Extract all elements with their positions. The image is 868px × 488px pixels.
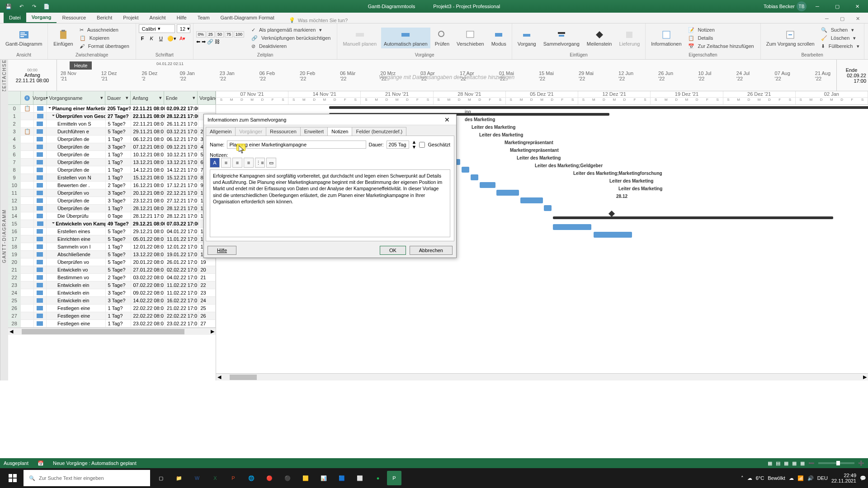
tab-help[interactable]: Hilfe <box>171 12 192 23</box>
table-row[interactable]: 8Überprüfen de1 Tag?14.12.21 08:014.12.2… <box>8 166 216 174</box>
scroll-to-task-button[interactable]: Zum Vorgang scrollen <box>764 28 817 48</box>
mode-button[interactable]: Modus <box>489 28 509 48</box>
grid-hscroll[interactable]: ◀▶ <box>8 328 216 335</box>
dialog-tab-general[interactable]: Allgemein <box>206 127 236 136</box>
redo-icon[interactable]: ↷ <box>29 1 39 11</box>
font-name-select[interactable]: Calibri ▾ <box>139 24 175 33</box>
weather-icon[interactable]: ☁ <box>747 475 752 481</box>
header-predecessor[interactable]: Vorgänger <box>198 91 216 104</box>
user-avatar[interactable]: TB <box>797 1 807 11</box>
insert-summary-button[interactable]: Sammelvorgang <box>541 28 582 48</box>
notifications-icon[interactable]: 💬 <box>860 475 866 481</box>
notes-align-center-button[interactable]: ≡ <box>232 158 242 168</box>
header-name[interactable]: Vorgangsname ▾ <box>47 91 105 104</box>
table-row[interactable]: 22Bestimmen vo2 Tage?03.02.22 08:004.02.… <box>8 274 216 282</box>
gantt-bar[interactable] <box>520 197 543 203</box>
table-row[interactable]: 14Die Überprüfu0 Tage28.12.21 17:028.12.… <box>8 212 216 220</box>
gantt-bar[interactable] <box>462 167 469 173</box>
table-row[interactable]: 25Entwickeln ein3 Tage?14.02.22 08:016.0… <box>8 297 216 305</box>
table-row[interactable]: 0📋Planung einer Marketingkampag205 Tage?… <box>8 105 216 113</box>
pct0-button[interactable]: 0% <box>196 31 206 38</box>
excel-icon[interactable]: X <box>206 469 224 487</box>
header-start[interactable]: Anfang ▾ <box>131 91 164 104</box>
tab-report[interactable]: Bericht <box>91 12 118 23</box>
table-row[interactable]: 2Ermitteln von S5 Tage?22.11.21 08:026.1… <box>8 120 216 128</box>
manual-schedule-button[interactable]: Manuell planen <box>340 28 379 48</box>
save-icon[interactable]: 💾 <box>4 1 14 11</box>
find-button[interactable]: 🔍 Suchen ▾ <box>819 26 861 33</box>
gantt-bar[interactable] <box>471 174 478 180</box>
format-painter-button[interactable]: 🖌 Format übertragen <box>78 42 133 50</box>
insert-deliverable-button[interactable]: Lieferung <box>616 28 642 48</box>
insert-milestone-button[interactable]: Meilenstein <box>584 28 615 48</box>
notes-bullets-button[interactable]: ⋮≡ <box>255 158 265 168</box>
auto-schedule-button[interactable]: Automatisch planen <box>381 28 430 48</box>
table-row[interactable]: 20Überprüfen vo5 Tage?20.01.22 08:026.01… <box>8 258 216 266</box>
gantt-hscroll[interactable]: ◀▶ <box>216 373 868 380</box>
table-row[interactable]: 1Überprüfen von Geschäftsstrateg27 Tage?… <box>8 113 216 120</box>
milestone-marker[interactable] <box>609 211 615 217</box>
header-duration[interactable]: Dauer ▾ <box>105 91 131 104</box>
link-button[interactable]: 🔗 <box>207 39 213 45</box>
ribbon-restore-button[interactable]: ▢ <box>835 14 849 23</box>
move-button[interactable]: Verschieben <box>454 28 487 48</box>
table-row[interactable]: 6Überprüfen de1 Tag?10.12.21 08:010.12.2… <box>8 151 216 159</box>
gantt-bar[interactable] <box>496 190 519 196</box>
onedrive-icon[interactable]: ☁ <box>789 475 794 481</box>
dialog-close-button[interactable]: ✕ <box>442 115 453 124</box>
view-network-icon[interactable]: ▦ <box>784 460 788 466</box>
tray-chevron-icon[interactable]: ˄ <box>741 475 744 481</box>
notes-font-button[interactable]: A <box>210 158 220 168</box>
information-button[interactable]: Informationen <box>648 28 684 48</box>
duration-spinner[interactable]: ▲▼ <box>412 140 417 150</box>
view-gantt-icon[interactable]: ▦ <box>768 460 772 466</box>
table-row[interactable]: 18Sammeln von I1 Tag?12.01.22 08:012.01.… <box>8 243 216 251</box>
task-grid[interactable]: i Vorga ▾ Vorgangsname ▾ Dauer ▾ Anfang … <box>8 91 216 380</box>
app2-icon[interactable]: 📊 <box>315 469 333 487</box>
word-icon[interactable]: W <box>188 469 206 487</box>
notes-textarea[interactable]: Erfolgreiche Kampagnen sind sorgfältig v… <box>210 169 450 237</box>
view-usage-icon[interactable]: ▤ <box>776 460 780 466</box>
insert-task-button[interactable]: Vorgang <box>515 28 539 48</box>
add-timeline-button[interactable]: 📅 Zur Zeitachse hinzufügen <box>686 42 758 50</box>
chrome-icon[interactable]: 🔴 <box>260 469 278 487</box>
ontrack-button[interactable]: ✓ Als plangemäß markieren ▾ <box>250 26 335 33</box>
tab-file[interactable]: Datei <box>4 12 26 23</box>
project-icon[interactable]: P <box>387 471 401 485</box>
indent-button[interactable]: ➡ <box>202 39 206 45</box>
app1-icon[interactable]: 🟨 <box>297 469 315 487</box>
bold-button[interactable]: F <box>139 35 146 42</box>
table-row[interactable]: 17Einrichten eine5 Tage?05.01.22 08:011.… <box>8 235 216 243</box>
table-row[interactable]: 23Entwickeln ein5 Tage?07.02.22 08:011.0… <box>8 282 216 289</box>
new-icon[interactable]: 📄 <box>42 1 52 11</box>
unlink-button[interactable]: ⛓ <box>215 39 220 45</box>
header-end[interactable]: Ende ▾ <box>164 91 198 104</box>
tab-project[interactable]: Projekt <box>118 12 144 23</box>
pct100-button[interactable]: 100 <box>234 31 244 38</box>
taskbar-search[interactable]: 🔍 Zur Suche Text hier eingeben <box>24 470 150 486</box>
notes-button[interactable]: 📝 Notizen <box>686 26 758 33</box>
table-row[interactable]: 15Entwickeln von Kampagnenkonze49 Tage?2… <box>8 220 216 228</box>
restore-button[interactable]: ▢ <box>828 0 846 13</box>
task-view-icon[interactable]: ▢ <box>152 469 170 487</box>
table-row[interactable]: 27Festlegen eine1 Tag?22.02.22 08:022.02… <box>8 312 216 320</box>
font-size-select[interactable]: 12 ▾ <box>177 24 190 33</box>
dialog-tab-predecessors[interactable]: Vorgänger <box>235 127 266 136</box>
zoom-in-icon[interactable]: ➕ <box>858 460 864 466</box>
start-button[interactable] <box>2 468 24 488</box>
zoom-slider[interactable] <box>818 462 854 464</box>
gantt-bar[interactable] <box>544 205 552 211</box>
table-row[interactable]: 13Überprüfen de1 Tag?28.12.21 08:028.12.… <box>8 205 216 212</box>
spotify-icon[interactable]: ● <box>369 469 387 487</box>
ribbon-close-button[interactable]: ✕ <box>851 14 864 23</box>
powerpoint-icon[interactable]: P <box>224 469 242 487</box>
table-row[interactable]: 10Bewerten der .2 Tage?16.12.21 08:017.1… <box>8 182 216 189</box>
view-resource-icon[interactable]: ▦ <box>800 460 805 466</box>
tab-team[interactable]: Team <box>192 12 215 23</box>
table-row[interactable]: 11Überprüfen vo3 Tage?20.12.21 08:022.12… <box>8 189 216 197</box>
name-input[interactable] <box>227 141 366 149</box>
table-row[interactable]: 26Festlegen eine1 Tag?22.02.22 08:021.02… <box>8 305 216 312</box>
notes-align-right-button[interactable]: ≡ <box>244 158 254 168</box>
respect-links-button[interactable]: 🔗 Verknüpfungen berücksichtigen <box>250 34 335 42</box>
table-row[interactable]: 28Festlegen eine1 Tag?23.02.22 08:023.02… <box>8 320 216 328</box>
